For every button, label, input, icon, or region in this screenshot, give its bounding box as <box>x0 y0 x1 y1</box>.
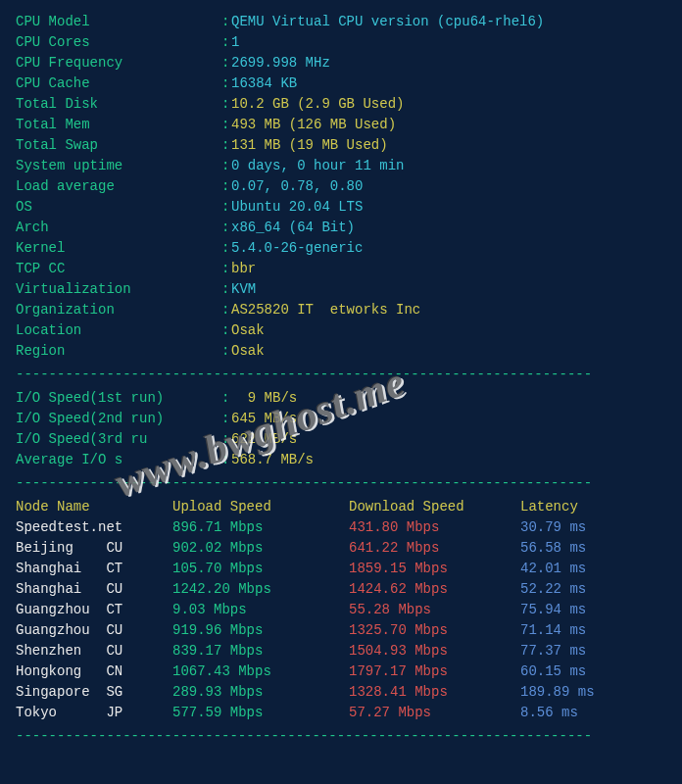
io-row: I/O Speed(2nd run) : 645 MB/s <box>16 409 666 429</box>
speedtest-latency: 30.79 ms <box>520 517 638 538</box>
divider: ----------------------------------------… <box>16 365 666 385</box>
sysinfo-row: Arch : x86_64 (64 Bit) <box>16 218 666 238</box>
speedtest-node: Shenzhen CU <box>16 641 172 662</box>
speedtest-header-download: Download Speed <box>349 497 520 517</box>
sysinfo-label: Load average <box>16 176 221 197</box>
speedtest-upload: 896.71 Mbps <box>172 517 349 538</box>
speedtest-row: Guangzhou CU 919.96 Mbps 1325.70 Mbps 71… <box>16 620 666 641</box>
speedtest-header-upload: Upload Speed <box>172 497 349 517</box>
sysinfo-value: 493 MB (126 MB Used) <box>231 115 396 135</box>
sysinfo-value: 5.4.0-26-generic <box>231 238 363 259</box>
sysinfo-label: Virtualization <box>16 279 221 300</box>
sysinfo-row: Virtualization : KVM <box>16 279 666 300</box>
io-label: I/O Speed(2nd run) <box>16 409 221 429</box>
speedtest-latency: 8.56 ms <box>520 703 638 723</box>
sysinfo-label: CPU Model <box>16 12 221 32</box>
speedtest-latency: 42.01 ms <box>520 559 638 579</box>
system-info-section: CPU Model : QEMU Virtual CPU version (cp… <box>16 12 666 362</box>
speedtest-row: Shanghai CT 105.70 Mbps 1859.15 Mbps 42.… <box>16 559 666 579</box>
speedtest-latency: 77.37 ms <box>520 641 638 662</box>
sysinfo-row: Region : Osak <box>16 341 666 362</box>
speedtest-download: 1328.41 Mbps <box>349 682 520 703</box>
sysinfo-row: System uptime : 0 days, 0 hour 11 min <box>16 156 666 176</box>
io-value: 622 MB/s <box>231 429 297 450</box>
divider: ----------------------------------------… <box>16 726 666 747</box>
sysinfo-row: Organization : AS25820 IT etworks Inc <box>16 300 666 320</box>
speedtest-row: Tokyo JP 577.59 Mbps 57.27 Mbps 8.56 ms <box>16 703 666 723</box>
speedtest-upload: 1242.20 Mbps <box>172 579 349 600</box>
speedtest-upload: 289.93 Mbps <box>172 682 349 703</box>
sysinfo-row: Total Swap : 131 MB (19 MB Used) <box>16 135 666 156</box>
sysinfo-value: bbr <box>231 259 256 279</box>
sysinfo-row: Total Mem : 493 MB (126 MB Used) <box>16 115 666 135</box>
io-label: I/O Speed(3rd ru <box>16 429 221 450</box>
sysinfo-row: CPU Cores : 1 <box>16 32 666 53</box>
sysinfo-value: QEMU Virtual CPU version (cpu64-rhel6) <box>231 12 544 32</box>
speedtest-upload: 577.59 Mbps <box>172 703 349 723</box>
speedtest-download: 55.28 Mbps <box>349 600 520 620</box>
io-value: 568.7 MB/s <box>231 450 314 470</box>
sysinfo-value: Ubuntu 20.04 LTS <box>231 197 363 218</box>
speedtest-download: 1859.15 Mbps <box>349 559 520 579</box>
speedtest-upload: 902.02 Mbps <box>172 538 349 559</box>
sysinfo-row: CPU Model : QEMU Virtual CPU version (cp… <box>16 12 666 32</box>
io-speed-section: I/O Speed(1st run) : 9 MB/sI/O Speed(2nd… <box>16 388 666 470</box>
speedtest-row: Guangzhou CT 9.03 Mbps 55.28 Mbps 75.94 … <box>16 600 666 620</box>
io-label: I/O Speed(1st run) <box>16 388 221 409</box>
speedtest-node: Hongkong CN <box>16 662 172 682</box>
speedtest-header-node: Node Name <box>16 497 172 517</box>
sysinfo-label: Region <box>16 341 221 362</box>
speedtest-download: 1424.62 Mbps <box>349 579 520 600</box>
speedtest-node: Guangzhou CU <box>16 620 172 641</box>
sysinfo-row: CPU Cache : 16384 KB <box>16 74 666 94</box>
sysinfo-value: KVM <box>231 279 256 300</box>
sysinfo-label: Organization <box>16 300 221 320</box>
speedtest-node: Speedtest.net <box>16 517 172 538</box>
sysinfo-value: 1 <box>231 32 239 53</box>
sysinfo-row: CPU Frequency : 2699.998 MHz <box>16 53 666 74</box>
sysinfo-label: Kernel <box>16 238 221 259</box>
io-label: Average I/O s <box>16 450 221 470</box>
speedtest-row: Speedtest.net 896.71 Mbps 431.80 Mbps 30… <box>16 517 666 538</box>
speedtest-row: Shenzhen CU 839.17 Mbps 1504.93 Mbps 77.… <box>16 641 666 662</box>
speedtest-download: 431.80 Mbps <box>349 517 520 538</box>
speedtest-download: 1325.70 Mbps <box>349 620 520 641</box>
speedtest-download: 641.22 Mbps <box>349 538 520 559</box>
sysinfo-label: CPU Cache <box>16 74 221 94</box>
speedtest-upload: 9.03 Mbps <box>172 600 349 620</box>
speedtest-node: Guangzhou CT <box>16 600 172 620</box>
speedtest-upload: 839.17 Mbps <box>172 641 349 662</box>
sysinfo-label: CPU Frequency <box>16 53 221 74</box>
sysinfo-value: 0.07, 0.78, 0.80 <box>231 176 363 197</box>
sysinfo-label: Total Mem <box>16 115 221 135</box>
speedtest-latency: 71.14 ms <box>520 620 638 641</box>
sysinfo-label: System uptime <box>16 156 221 176</box>
speedtest-node: Beijing CU <box>16 538 172 559</box>
sysinfo-label: Total Disk <box>16 94 221 115</box>
speedtest-header: Node NameUpload SpeedDownload SpeedLaten… <box>16 497 666 517</box>
speedtest-node: Tokyo JP <box>16 703 172 723</box>
speedtest-download: 57.27 Mbps <box>349 703 520 723</box>
speedtest-upload: 1067.43 Mbps <box>172 662 349 682</box>
speedtest-latency: 52.22 ms <box>520 579 638 600</box>
io-row: Average I/O s : 568.7 MB/s <box>16 450 666 470</box>
speedtest-upload: 919.96 Mbps <box>172 620 349 641</box>
sysinfo-label: CPU Cores <box>16 32 221 53</box>
sysinfo-row: Location : Osak <box>16 320 666 341</box>
io-value: 645 MB/s <box>231 409 297 429</box>
sysinfo-value: Osak <box>231 341 265 362</box>
speedtest-node: Shanghai CU <box>16 579 172 600</box>
io-value: 9 MB/s <box>231 388 297 409</box>
sysinfo-label: Arch <box>16 218 221 238</box>
speedtest-row: Beijing CU 902.02 Mbps 641.22 Mbps 56.58… <box>16 538 666 559</box>
sysinfo-row: Load average : 0.07, 0.78, 0.80 <box>16 176 666 197</box>
speedtest-node: Shanghai CT <box>16 559 172 579</box>
sysinfo-row: Total Disk : 10.2 GB (2.9 GB Used) <box>16 94 666 115</box>
sysinfo-value: 2699.998 MHz <box>231 53 330 74</box>
sysinfo-value: 131 MB (19 MB Used) <box>231 135 388 156</box>
sysinfo-value: 0 days, 0 hour 11 min <box>231 156 404 176</box>
speedtest-header-latency: Latency <box>520 497 638 517</box>
sysinfo-row: OS : Ubuntu 20.04 LTS <box>16 197 666 218</box>
sysinfo-value: 10.2 GB (2.9 GB Used) <box>231 94 404 115</box>
sysinfo-value: AS25820 IT etworks Inc <box>231 300 420 320</box>
